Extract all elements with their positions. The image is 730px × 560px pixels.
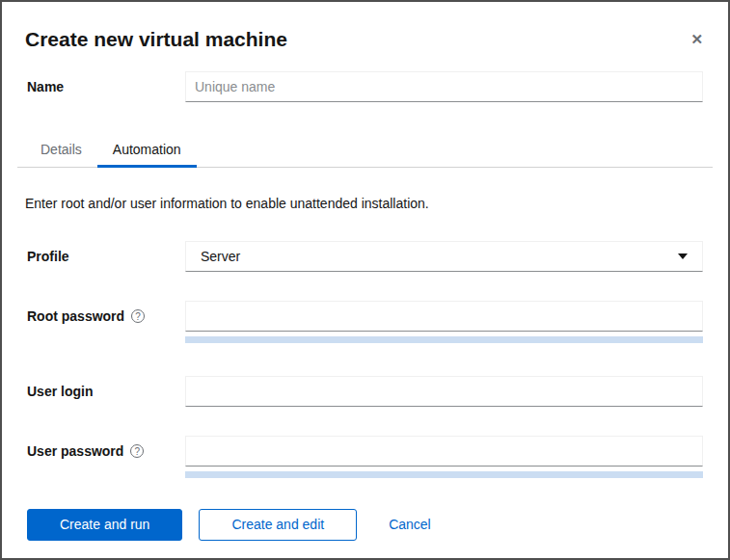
user-password-row: User password ? xyxy=(2,436,728,478)
name-label: Name xyxy=(27,71,185,102)
root-password-row: Root password ? xyxy=(2,301,728,343)
profile-row: Profile Server xyxy=(2,241,728,272)
create-vm-dialog: Create new virtual machine ✕ Name Detail… xyxy=(0,0,730,560)
profile-select[interactable]: Server xyxy=(185,241,703,272)
root-password-label: Root password xyxy=(27,308,124,324)
user-password-strength-meter xyxy=(185,471,703,478)
root-password-help-icon[interactable]: ? xyxy=(131,309,145,323)
close-icon: ✕ xyxy=(690,31,703,47)
tab-details[interactable]: Details xyxy=(25,133,97,168)
user-login-row: User login xyxy=(2,376,728,407)
root-password-input[interactable] xyxy=(185,301,703,332)
user-password-input[interactable] xyxy=(185,436,703,467)
dialog-header: Create new virtual machine ✕ xyxy=(2,2,728,52)
root-password-strength-meter xyxy=(185,336,703,343)
user-password-help-icon[interactable]: ? xyxy=(130,444,144,458)
profile-selected-value: Server xyxy=(201,249,240,264)
create-and-run-button[interactable]: Create and run xyxy=(27,509,182,541)
tab-bar: Details Automation xyxy=(17,133,713,168)
automation-description: Enter root and/or user information to en… xyxy=(25,195,705,212)
user-login-input[interactable] xyxy=(185,376,703,407)
create-and-edit-button[interactable]: Create and edit xyxy=(199,509,357,541)
user-login-label: User login xyxy=(27,376,185,407)
dialog-title: Create new virtual machine xyxy=(25,27,287,52)
dialog-footer: Create and run Create and edit Cancel xyxy=(27,509,703,541)
caret-down-icon xyxy=(678,253,688,259)
close-button[interactable]: ✕ xyxy=(685,30,709,48)
tab-automation[interactable]: Automation xyxy=(97,133,197,168)
user-password-label: User password xyxy=(27,443,123,459)
profile-label: Profile xyxy=(27,241,185,272)
cancel-button[interactable]: Cancel xyxy=(389,509,431,541)
name-row: Name xyxy=(2,71,728,102)
name-input[interactable] xyxy=(185,71,703,102)
